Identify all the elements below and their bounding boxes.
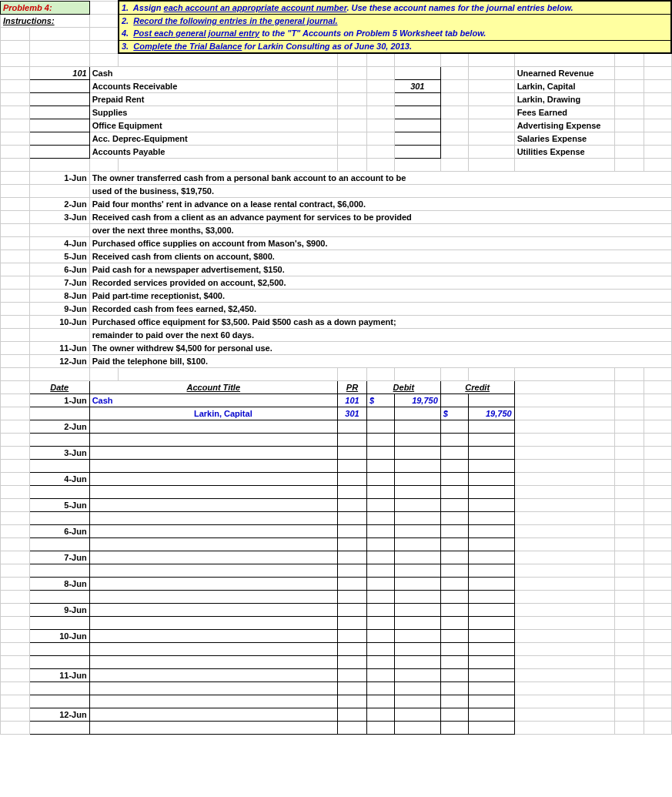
j-date[interactable] [29,642,89,655]
acct-num-left[interactable] [29,105,89,119]
j-credit-sym[interactable] [440,498,468,511]
j-pr[interactable] [337,577,366,590]
j-date[interactable]: 9-Jun [29,603,89,616]
j-debit[interactable] [394,577,440,590]
j-credit[interactable] [468,433,514,446]
acct-num-right[interactable] [394,145,440,158]
j-title[interactable]: Cash [89,393,337,407]
j-credit[interactable] [468,524,514,537]
j-credit-sym[interactable] [440,681,468,695]
j-credit-sym[interactable] [440,577,468,590]
j-debit-sym[interactable] [366,407,394,420]
j-debit[interactable] [394,603,440,616]
j-credit[interactable] [468,616,514,629]
j-date[interactable]: 8-Jun [29,577,89,590]
j-debit-sym[interactable] [366,629,394,642]
j-debit-sym[interactable]: $ [366,393,394,407]
j-debit[interactable] [394,708,440,721]
j-pr[interactable] [337,721,366,734]
j-title[interactable] [89,459,337,472]
j-debit-sym[interactable] [366,603,394,616]
j-credit[interactable] [468,564,514,577]
j-pr[interactable] [337,642,366,655]
j-date[interactable] [29,433,89,446]
j-pr[interactable] [337,433,366,446]
j-pr[interactable] [337,564,366,577]
j-title[interactable] [89,708,337,721]
j-credit[interactable] [468,420,514,433]
acct-num-right[interactable] [394,66,440,79]
j-title[interactable] [89,511,337,524]
j-credit[interactable] [468,695,514,708]
j-debit-sym[interactable] [366,577,394,590]
j-credit-sym[interactable] [440,551,468,564]
j-debit-sym[interactable] [366,642,394,655]
j-debit[interactable] [394,681,440,695]
j-credit[interactable] [468,393,514,407]
j-title[interactable] [89,642,337,655]
acct-num-right[interactable] [394,119,440,132]
j-title[interactable] [89,681,337,695]
j-pr[interactable] [337,629,366,642]
j-title[interactable] [89,721,337,734]
acct-num-left[interactable] [29,92,89,105]
j-credit[interactable] [468,590,514,603]
j-pr[interactable] [337,681,366,695]
acct-num-left[interactable] [29,119,89,132]
acct-num-right[interactable] [394,105,440,119]
j-debit[interactable] [394,642,440,655]
j-credit[interactable] [468,537,514,551]
j-debit[interactable] [394,590,440,603]
j-date[interactable]: 3-Jun [29,446,89,459]
j-debit-sym[interactable] [366,564,394,577]
j-pr[interactable] [337,459,366,472]
acct-num-left[interactable] [29,145,89,158]
j-date[interactable]: 10-Jun [29,629,89,642]
j-debit-sym[interactable] [366,721,394,734]
j-pr[interactable] [337,655,366,668]
j-date[interactable]: 12-Jun [29,708,89,721]
j-date[interactable]: 11-Jun [29,668,89,681]
j-credit-sym[interactable] [440,524,468,537]
j-credit-sym[interactable] [440,564,468,577]
j-date[interactable] [29,616,89,629]
j-title[interactable] [89,420,337,433]
j-date[interactable]: 7-Jun [29,551,89,564]
j-debit-sym[interactable] [366,655,394,668]
j-debit-sym[interactable] [366,420,394,433]
j-date[interactable] [29,485,89,498]
j-credit-sym[interactable] [440,511,468,524]
j-credit[interactable] [468,577,514,590]
j-date[interactable]: 6-Jun [29,524,89,537]
j-title[interactable] [89,629,337,642]
j-title[interactable] [89,472,337,485]
j-debit-sym[interactable] [366,590,394,603]
j-pr[interactable] [337,420,366,433]
j-debit-sym[interactable] [366,708,394,721]
spreadsheet[interactable]: Problemb 4:1. Assign each account an app… [0,0,672,735]
j-credit-sym[interactable] [440,537,468,551]
j-credit[interactable] [468,681,514,695]
j-date[interactable] [29,407,89,420]
j-title[interactable] [89,537,337,551]
j-date[interactable]: 4-Jun [29,472,89,485]
j-credit-sym[interactable] [440,446,468,459]
j-credit-sym[interactable] [440,629,468,642]
j-debit-sym[interactable] [366,681,394,695]
j-date[interactable]: 2-Jun [29,420,89,433]
j-debit[interactable] [394,407,440,420]
j-title[interactable] [89,564,337,577]
j-date[interactable] [29,459,89,472]
j-credit-sym[interactable] [440,603,468,616]
j-debit[interactable] [394,433,440,446]
j-pr[interactable] [337,485,366,498]
j-debit[interactable] [394,446,440,459]
j-pr[interactable] [337,695,366,708]
j-pr[interactable]: 101 [337,393,366,407]
j-pr[interactable] [337,524,366,537]
j-credit[interactable] [468,472,514,485]
acct-num-right[interactable]: 301 [394,79,440,92]
j-title[interactable] [89,551,337,564]
j-date[interactable]: 1-Jun [29,393,89,407]
j-pr[interactable] [337,511,366,524]
